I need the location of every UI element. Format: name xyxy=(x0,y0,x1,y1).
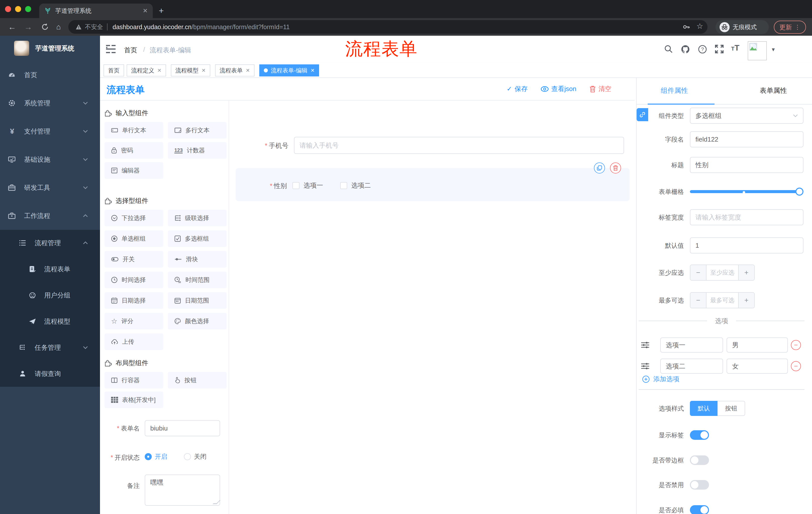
field-name-input[interactable] xyxy=(690,131,804,147)
option-label-input[interactable] xyxy=(660,359,723,374)
palette-item-time-picker[interactable]: 时间选择 xyxy=(105,272,163,288)
update-button[interactable]: 更新 ⋮ xyxy=(774,21,806,34)
bookmark-star-icon[interactable]: ☆ xyxy=(696,22,703,30)
style-button-button[interactable]: 按钮 xyxy=(718,401,745,416)
gender-option-1[interactable]: 选项一 xyxy=(292,181,323,190)
font-size-icon[interactable]: TT xyxy=(731,43,740,53)
clear-button[interactable]: 清空 xyxy=(589,84,611,93)
tab-close-icon[interactable]: ✕ xyxy=(143,7,148,14)
label-width-input-field[interactable] xyxy=(695,214,798,221)
slider-track[interactable] xyxy=(690,190,804,193)
palette-item-time-range[interactable]: 时间范围 xyxy=(168,272,227,288)
tag-close-icon[interactable]: ✕ xyxy=(157,67,162,74)
tab-form-props[interactable]: 表单属性 xyxy=(760,86,787,95)
title-input-field[interactable] xyxy=(695,161,798,169)
sidebar-item-infra[interactable]: 基础设施 xyxy=(0,145,100,173)
status-radio-off[interactable]: 关闭 xyxy=(184,452,206,461)
help-icon[interactable]: ? xyxy=(698,45,707,54)
remove-option-button[interactable]: − xyxy=(791,361,801,371)
window-minimize-button[interactable] xyxy=(15,6,21,12)
drag-handle-icon[interactable] xyxy=(641,362,650,370)
radio-unselected-icon[interactable] xyxy=(184,453,191,460)
sidebar-item-task-mgmt[interactable]: 任务管理 xyxy=(0,334,100,360)
tag-close-icon[interactable]: ✕ xyxy=(202,67,206,74)
option-label-field[interactable] xyxy=(666,362,718,370)
sidebar-fold-icon[interactable] xyxy=(106,45,116,53)
add-option-button[interactable]: 添加选项 xyxy=(642,375,679,383)
palette-item-slider[interactable]: 滑块 xyxy=(168,251,227,268)
default-value-input[interactable] xyxy=(690,237,804,253)
slider-handle[interactable] xyxy=(795,188,804,196)
browser-menu-icon[interactable]: ⋮ xyxy=(794,24,801,31)
option-label-input[interactable] xyxy=(660,337,723,353)
style-default-button[interactable]: 默认 xyxy=(690,401,718,416)
stepper-minus-button[interactable]: − xyxy=(690,293,706,308)
checkbox-icon[interactable] xyxy=(292,182,299,189)
palette-item-date-picker[interactable]: 日期选择 xyxy=(105,292,163,309)
palette-item-select[interactable]: 下拉选择 xyxy=(105,210,163,226)
sidebar-item-workflow[interactable]: 工作流程 xyxy=(0,202,100,230)
new-tab-button[interactable]: + xyxy=(159,4,164,17)
palette-item-table[interactable]: 表格[开发中] xyxy=(105,391,163,408)
palette-item-rate[interactable]: ☆ 评分 xyxy=(105,313,163,329)
palette-item-checkbox-group[interactable]: 多选框组 xyxy=(168,231,227,247)
stepper-value[interactable]: 最多可选 xyxy=(706,293,738,308)
palette-item-cascader[interactable]: 级联选择 xyxy=(168,210,227,226)
tag-process-form-edit[interactable]: 流程表单-编辑✕ xyxy=(259,64,319,77)
min-select-stepper[interactable]: − 至少应选 + xyxy=(690,265,755,281)
caret-down-icon[interactable]: ▼ xyxy=(771,47,776,53)
github-icon[interactable] xyxy=(681,45,690,54)
palette-item-color-picker[interactable]: 颜色选择 xyxy=(168,313,227,329)
view-json-button[interactable]: 查看json xyxy=(541,84,576,93)
sidebar-item-leave-query[interactable]: 请假查询 xyxy=(0,360,100,387)
phone-input-field[interactable] xyxy=(299,141,618,150)
sidebar-item-user-group[interactable]: 用户分组 xyxy=(0,282,100,308)
forward-icon[interactable]: → xyxy=(24,22,32,32)
stepper-plus-button[interactable]: + xyxy=(738,265,754,280)
phone-input[interactable] xyxy=(294,137,624,154)
max-select-stepper[interactable]: − 最多可选 + xyxy=(690,292,755,308)
copy-field-button[interactable] xyxy=(594,162,605,173)
sidebar-item-devtools[interactable]: 研发工具 xyxy=(0,173,100,202)
option-value-field[interactable] xyxy=(732,341,782,349)
palette-item-counter[interactable]: 123 计数器 xyxy=(168,142,227,159)
component-type-select[interactable]: 多选框组 xyxy=(690,108,804,124)
stepper-plus-button[interactable]: + xyxy=(738,293,754,308)
option-value-input[interactable] xyxy=(727,359,788,374)
tag-process-form[interactable]: 流程表单✕ xyxy=(215,64,255,77)
selected-field-block[interactable]: *性别 选项一 选项二 xyxy=(236,168,630,201)
tag-process-model[interactable]: 流程模型✕ xyxy=(171,64,210,77)
option-label-field[interactable] xyxy=(666,341,718,349)
status-radio-on[interactable]: 开启 xyxy=(145,452,167,461)
disabled-switch[interactable] xyxy=(690,480,709,490)
palette-item-date-range[interactable]: 日期范围 xyxy=(168,292,227,309)
form-grid-slider[interactable] xyxy=(690,184,804,200)
save-button[interactable]: ✓保存 xyxy=(507,84,528,93)
back-icon[interactable]: ← xyxy=(8,22,16,32)
form-remark-textarea[interactable]: 嘿嘿 xyxy=(145,475,220,506)
stepper-value[interactable]: 至少应选 xyxy=(706,265,738,280)
palette-item-editor[interactable]: 编辑器 xyxy=(105,162,163,179)
sidebar-item-home[interactable]: 首页 xyxy=(0,61,100,89)
sidebar-item-process-model[interactable]: 流程模型 xyxy=(0,308,100,334)
title-input[interactable] xyxy=(690,157,804,173)
tag-close-icon[interactable]: ✕ xyxy=(311,67,315,74)
palette-item-row-container[interactable]: 行容器 xyxy=(105,372,163,388)
label-width-input[interactable] xyxy=(690,209,804,225)
option-value-input[interactable] xyxy=(727,337,788,353)
window-zoom-button[interactable] xyxy=(25,6,31,12)
delete-field-button[interactable] xyxy=(610,162,621,173)
breadcrumb-home[interactable]: 首页 xyxy=(124,46,137,55)
search-icon[interactable] xyxy=(664,45,673,53)
default-value-input-field[interactable] xyxy=(695,242,798,249)
security-label[interactable]: 不安全 xyxy=(85,23,103,31)
avatar[interactable] xyxy=(748,41,767,60)
address-bar[interactable]: 不安全 dashboard.yudao.iocoder.cn/bpm/manag… xyxy=(68,20,707,34)
checkbox-icon[interactable] xyxy=(340,182,347,189)
tag-home[interactable]: 首页 xyxy=(104,64,124,77)
home-icon[interactable]: ⌂ xyxy=(56,22,61,32)
field-name-input-field[interactable] xyxy=(695,136,798,143)
required-switch[interactable] xyxy=(690,505,709,514)
sidebar-item-payment[interactable]: ¥ 支付管理 xyxy=(0,117,100,145)
palette-item-single-text[interactable]: 单行文本 xyxy=(105,122,163,139)
